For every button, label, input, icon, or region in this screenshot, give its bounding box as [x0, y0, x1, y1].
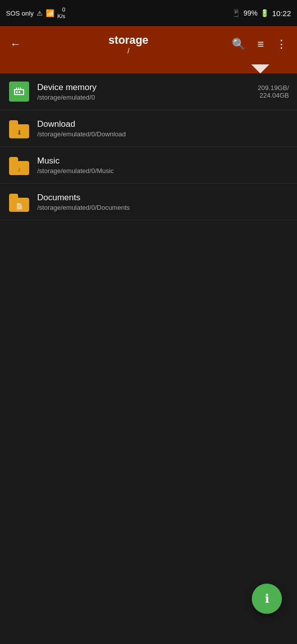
svg-rect-3: [20, 88, 21, 89]
list-item[interactable]: 📄 Documents /storage/emulated/0/Document…: [0, 184, 297, 220]
info-icon: ℹ: [265, 592, 269, 606]
status-left: SOS only ⚠ 📶 0 K/s: [6, 7, 65, 20]
time-display: 10:22: [272, 9, 291, 18]
folder-music-icon: ♪: [9, 155, 29, 175]
file-name: Music: [37, 156, 289, 166]
file-size: 209.19GB/ 224.04GB: [258, 84, 289, 99]
svg-rect-1: [16, 88, 17, 89]
sos-text: SOS only: [6, 10, 34, 17]
download-symbol-icon: ⬇: [17, 129, 22, 136]
file-path: /storage/emulated/0/Download: [37, 130, 289, 138]
list-view-icon[interactable]: ≡: [253, 34, 268, 55]
file-info: Device memory /storage/emulated/0: [37, 83, 258, 101]
battery-percent: 99%: [243, 9, 257, 17]
svg-rect-5: [16, 91, 18, 93]
title-area: storage /: [29, 34, 228, 55]
memory-svg-icon: [13, 86, 25, 98]
status-right: 📱 99% 🔋 10:22: [232, 9, 291, 18]
file-info: Music /storage/emulated/0/Music: [37, 156, 289, 175]
phone-icon: 📱: [232, 9, 240, 17]
toolbar: ← storage / 🔍 ≡ ⋮: [0, 26, 297, 62]
file-list: Device memory /storage/emulated/0 209.19…: [0, 73, 297, 220]
folder-music-icon-container: ♪: [8, 154, 30, 176]
back-button[interactable]: ←: [6, 34, 25, 55]
folder-download-icon-container: ⬇: [8, 117, 30, 139]
warning-icon: ⚠: [37, 10, 43, 17]
page-title: storage: [109, 34, 148, 47]
file-info: Documents /storage/emulated/0/Documents: [37, 193, 289, 211]
file-name: Download: [37, 119, 289, 129]
toolbar-actions: 🔍 ≡ ⋮: [228, 34, 291, 55]
device-memory-icon: [9, 82, 29, 102]
folder-documents-icon: 📄: [9, 192, 29, 212]
music-symbol-icon: ♪: [18, 166, 21, 173]
device-memory-icon-container: [8, 80, 30, 103]
current-path: /: [128, 47, 130, 55]
file-path: /storage/emulated/0/Music: [37, 167, 289, 175]
toolbar-extension: [0, 62, 297, 73]
file-size-line2: 224.04GB: [258, 92, 289, 99]
file-size-line1: 209.19GB/: [258, 84, 289, 92]
file-info: Download /storage/emulated/0/Download: [37, 119, 289, 138]
list-item[interactable]: ♪ Music /storage/emulated/0/Music: [0, 147, 297, 184]
file-name: Device memory: [37, 83, 258, 93]
info-fab-button[interactable]: ℹ: [252, 584, 282, 614]
folder-download-icon: ⬇: [9, 118, 29, 138]
folder-documents-icon-container: 📄: [8, 191, 30, 213]
svg-rect-6: [19, 91, 20, 93]
file-name: Documents: [37, 193, 289, 203]
more-options-icon[interactable]: ⋮: [272, 34, 291, 55]
wifi-icon: 📶: [46, 9, 54, 17]
list-item[interactable]: Device memory /storage/emulated/0 209.19…: [0, 73, 297, 110]
search-icon[interactable]: 🔍: [228, 34, 249, 55]
file-path: /storage/emulated/0/Documents: [37, 204, 289, 211]
sort-indicator: [251, 64, 269, 73]
status-bar: SOS only ⚠ 📶 0 K/s 📱 99% 🔋 10:22: [0, 0, 297, 26]
file-path: /storage/emulated/0: [37, 94, 258, 101]
documents-symbol-icon: 📄: [16, 203, 23, 210]
list-item[interactable]: ⬇ Download /storage/emulated/0/Download: [0, 110, 297, 147]
svg-rect-2: [18, 88, 19, 89]
data-speed: 0 K/s: [57, 7, 65, 20]
battery-icon: 🔋: [260, 9, 269, 17]
